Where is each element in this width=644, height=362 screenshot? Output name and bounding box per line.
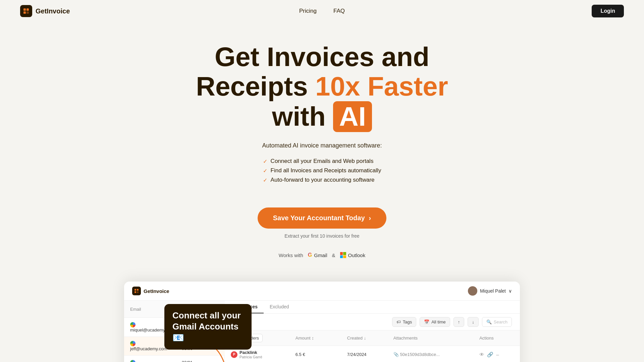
actions-col-header: Actions — [473, 330, 520, 346]
outlook-badge: Outlook — [340, 252, 366, 258]
svg-rect-2 — [23, 11, 26, 14]
logo: GetInvoice — [20, 5, 70, 17]
svg-rect-4 — [135, 289, 136, 291]
app-logo: GetInvoice — [132, 287, 169, 295]
chevron-down-icon: ∨ — [508, 288, 512, 294]
link-icon[interactable]: 🔗 — [487, 352, 493, 358]
invoices-panel: Invoices Excluded 🏷 Tags 📅 All time — [225, 301, 520, 362]
download-button[interactable]: ↓ — [468, 317, 479, 327]
works-with-label: Works with — [279, 252, 303, 258]
logo-icon — [20, 5, 32, 17]
tags-button[interactable]: 🏷 Tags — [392, 317, 416, 327]
table-row: P Packlink Patricia Garré 6.5 € 7/24/202… — [225, 346, 520, 362]
arrow-icon: › — [369, 214, 371, 222]
app-preview: GetInvoice Miquel Palet ∨ Connect all yo… — [124, 282, 520, 362]
hero-subtitle: Automated AI invoice management software… — [238, 142, 406, 149]
remove-icon[interactable]: – — [496, 352, 499, 358]
table-row: pablo@ucademy.c... 23/01 03:00 ⚙ 🗑 — [124, 356, 225, 362]
navbar: GetInvoice Pricing FAQ Login — [0, 0, 644, 22]
hero-headline: Get Invoices and Receipts 10x Faster wit… — [171, 42, 473, 132]
check-icon-1: ✓ — [263, 158, 267, 165]
tag-icon: 🏷 — [396, 319, 401, 324]
logo-text: GetInvoice — [36, 7, 70, 15]
feature-item-1: ✓ Connect all your Emails and Web portal… — [263, 158, 381, 165]
cta-button[interactable]: Save Your Accountant Today › — [258, 207, 386, 229]
user-avatar — [468, 286, 477, 296]
tab-excluded[interactable]: Excluded — [264, 301, 295, 313]
works-with: Works with G Gmail & Outlook — [7, 252, 637, 258]
check-icon-2: ✓ — [263, 168, 267, 174]
gmail-badge: G Gmail — [308, 252, 327, 258]
nav-links: Pricing FAQ — [299, 8, 345, 14]
app-user: Miquel Palet ∨ — [468, 286, 512, 296]
created-col-header: Created ↓ — [341, 330, 387, 346]
nav-link-pricing[interactable]: Pricing — [299, 8, 317, 14]
svg-rect-7 — [137, 291, 139, 293]
time-filter-button[interactable]: 📅 All time — [420, 317, 450, 327]
search-icon: 🔍 — [486, 319, 492, 324]
cta-label: Save Your Accountant Today — [273, 214, 365, 222]
ai-badge: AI — [333, 101, 372, 132]
google-icon — [130, 322, 136, 327]
export-button[interactable]: ↑ — [453, 317, 465, 327]
google-icon — [130, 360, 136, 362]
view-icon[interactable]: 👁 — [479, 352, 484, 358]
search-box: 🔍 Search — [482, 317, 512, 327]
table-toolbar: 🏷 Tags 📅 All time ↑ ↓ — [225, 314, 520, 330]
svg-rect-5 — [137, 289, 139, 291]
upload-icon: ↑ — [458, 319, 460, 324]
feature-item-2: ✓ Find all Invoices and Receipts automat… — [263, 167, 381, 174]
packlink-icon: P — [231, 351, 237, 358]
check-icon-3: ✓ — [263, 177, 267, 183]
calendar-icon: 📅 — [424, 319, 429, 324]
feature-list: ✓ Connect all your Emails and Web portal… — [263, 155, 381, 186]
gmail-tooltip: Connect all your Gmail Accounts 📧 — [164, 304, 252, 350]
cta-subtext: Extract your first 10 invoices for free — [7, 233, 637, 239]
svg-rect-3 — [26, 11, 29, 14]
login-button[interactable]: Login — [592, 5, 624, 17]
outlook-icon — [340, 252, 346, 258]
google-icon — [130, 341, 136, 346]
invoice-table: All Providers Amount ↕ Created ↓ Attachm… — [225, 330, 520, 362]
envelope-icon: 📧 — [172, 333, 184, 343]
nav-link-faq[interactable]: FAQ — [333, 8, 345, 14]
app-header: GetInvoice Miquel Palet ∨ — [124, 282, 520, 301]
amount-col-header: Amount ↕ — [289, 330, 341, 346]
svg-rect-0 — [23, 8, 26, 11]
table-tabs: Invoices Excluded — [225, 301, 520, 314]
attachment-icon: 📎 — [393, 352, 399, 357]
attachments-col-header: Attachments — [387, 330, 473, 346]
gmail-g-icon: G — [308, 252, 312, 258]
user-name: Miquel Palet — [480, 288, 506, 294]
svg-rect-6 — [135, 291, 136, 293]
svg-rect-1 — [26, 8, 29, 11]
email-cell: pablo@ucademy.c... — [124, 356, 176, 362]
hero-section: Get Invoices and Receipts 10x Faster wit… — [0, 22, 644, 282]
feature-item-3: ✓ Auto-forward to your accounting softwa… — [263, 177, 381, 183]
app-logo-icon — [132, 287, 141, 295]
download-icon: ↓ — [472, 319, 474, 324]
